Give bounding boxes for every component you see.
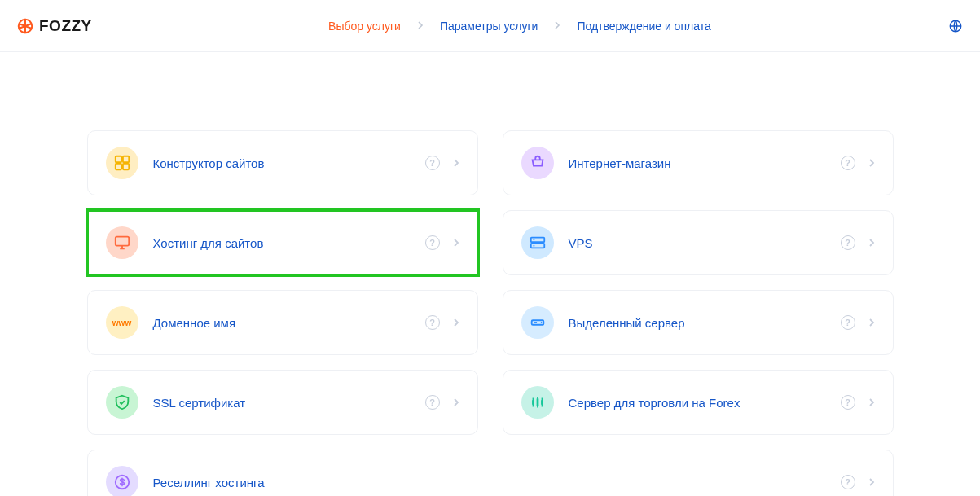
globe-icon[interactable]	[947, 18, 964, 34]
logo-mark-icon	[16, 17, 34, 35]
breadcrumb-step-1[interactable]: Выбор услуги	[328, 20, 401, 33]
chevron-right-icon	[868, 477, 875, 487]
header: FOZZY Выбор услуги Параметры услуги Подт…	[0, 0, 980, 52]
candles-icon	[521, 386, 554, 419]
chevron-right-icon	[868, 318, 875, 327]
service-card-title: Выделенный сервер	[569, 316, 826, 330]
card-actions: ?	[841, 315, 875, 330]
dollar-icon	[106, 466, 138, 496]
service-card-hosting[interactable]: Хостинг для сайтов?	[87, 210, 478, 275]
logo[interactable]: FOZZY	[16, 17, 92, 35]
monitor-icon	[106, 226, 138, 259]
shield-icon	[106, 386, 138, 419]
rack-icon	[521, 306, 554, 339]
chevron-right-icon	[868, 158, 875, 168]
chevron-right-icon	[453, 158, 459, 168]
grid-icon	[106, 147, 138, 179]
help-icon[interactable]: ?	[841, 235, 855, 250]
help-icon[interactable]: ?	[841, 475, 855, 489]
card-actions: ?	[841, 156, 875, 170]
chevron-right-icon	[417, 20, 424, 32]
service-card-title: VPS	[569, 236, 826, 250]
service-card-dedicated[interactable]: Выделенный сервер?	[503, 290, 894, 355]
help-icon[interactable]: ?	[425, 235, 440, 250]
help-icon[interactable]: ?	[425, 156, 440, 170]
chevron-right-icon	[453, 238, 459, 248]
card-actions: ?	[425, 156, 459, 170]
chevron-right-icon	[868, 397, 875, 407]
service-card-title: Доменное имя	[153, 316, 411, 330]
card-actions: ?	[841, 395, 875, 410]
breadcrumb-step-3[interactable]: Подтверждение и оплата	[577, 20, 710, 33]
service-card-title: Интернет-магазин	[569, 156, 826, 170]
service-card-ecommerce[interactable]: Интернет-магазин?	[503, 130, 894, 195]
chevron-right-icon	[868, 238, 875, 248]
service-card-title: Реселлинг хостинга	[153, 476, 826, 489]
card-actions: ?	[841, 475, 875, 489]
service-card-vps[interactable]: VPS?	[503, 210, 894, 275]
card-actions: ?	[425, 395, 459, 410]
service-card-title: Сервер для торговли на Forex	[569, 396, 826, 410]
service-card-domain[interactable]: wwwДоменное имя?	[87, 290, 478, 355]
card-actions: ?	[425, 315, 459, 330]
card-actions: ?	[425, 235, 459, 250]
service-card-title: Конструктор сайтов	[153, 156, 411, 170]
card-actions: ?	[841, 235, 875, 250]
breadcrumb-step-2[interactable]: Параметры услуги	[440, 20, 538, 33]
logo-text: FOZZY	[39, 17, 92, 35]
breadcrumbs: Выбор услуги Параметры услуги Подтвержде…	[92, 20, 947, 33]
service-card-ssl[interactable]: SSL сертификат?	[87, 370, 478, 435]
chevron-right-icon	[554, 20, 560, 32]
help-icon[interactable]: ?	[841, 315, 855, 330]
help-icon[interactable]: ?	[841, 395, 855, 410]
service-card-title: Хостинг для сайтов	[153, 236, 411, 250]
service-card-site-builder[interactable]: Конструктор сайтов?	[87, 130, 478, 195]
help-icon[interactable]: ?	[425, 315, 440, 330]
www-icon: www	[106, 306, 138, 339]
service-card-forex[interactable]: Сервер для торговли на Forex?	[503, 370, 894, 435]
main-content: Конструктор сайтов?Интернет-магазин?Хост…	[71, 52, 910, 496]
service-card-title: SSL сертификат	[153, 396, 411, 410]
server-icon	[521, 226, 554, 259]
service-card-reselling[interactable]: Реселлинг хостинга?	[87, 450, 894, 496]
chevron-right-icon	[453, 318, 459, 327]
help-icon[interactable]: ?	[841, 156, 855, 170]
chevron-right-icon	[453, 397, 459, 407]
services-grid: Конструктор сайтов?Интернет-магазин?Хост…	[87, 130, 894, 496]
help-icon[interactable]: ?	[425, 395, 440, 410]
cart-icon	[521, 147, 554, 179]
